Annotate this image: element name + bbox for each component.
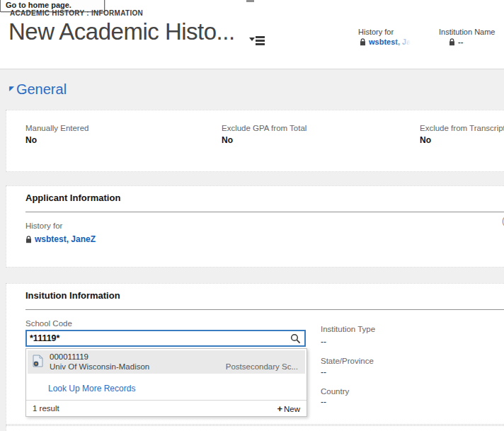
field-value: -- [321, 337, 326, 347]
header-institution-name-value: -- [449, 38, 463, 46]
section-applicant-information: Applicant Information ( History for wsbt… [6, 185, 504, 268]
plus-icon: + [277, 403, 282, 414]
clipped-top-element [246, 0, 254, 2]
school-code-lookup-field [25, 330, 306, 347]
field-value: No [25, 135, 37, 145]
field-label: Exclude GPA from Total [222, 124, 307, 132]
next-section-edge [6, 425, 504, 431]
collapse-arrow-icon: ◤ [9, 85, 14, 92]
school-code-input[interactable] [27, 331, 286, 345]
field-value: -- [321, 397, 326, 407]
lock-icon [449, 38, 455, 46]
history-for-label: History for [25, 222, 62, 230]
section-general-fields: Manually Entered No Exclude GPA from Tot… [6, 110, 504, 172]
lookup-dropdown: 000011119 Univ Of Wisconsin-Madison Post… [25, 348, 307, 417]
tab-general[interactable]: ◤General [9, 81, 67, 98]
field-label: Manually Entered [25, 124, 89, 132]
field-value: -- [321, 367, 326, 377]
section-rule [25, 212, 504, 212]
field-label: Institution Type [321, 325, 375, 333]
school-code-label: School Code [25, 319, 72, 328]
lookup-footer: 1 result +New [26, 400, 307, 416]
field-label: Country [321, 387, 349, 396]
breadcrumb: ACADEMIC HISTORY : INFORMATION [10, 9, 143, 17]
result-type: Postsecondary Sc... [226, 362, 298, 371]
section-rule [25, 309, 504, 310]
field-label: Exclude from Transcript P [420, 124, 504, 132]
lookup-search-button[interactable] [286, 331, 304, 345]
result-name: Univ Of Wisconsin-Madison [50, 362, 149, 371]
section-institution-information: Insitution Information School Code [6, 283, 504, 425]
field-label: State/Province [321, 357, 374, 365]
lock-icon [360, 38, 366, 46]
history-for-link[interactable]: wsbtest, JaneZ [25, 234, 96, 244]
lock-icon [25, 236, 32, 243]
section-title: Applicant Information [25, 192, 120, 203]
caret-down-icon [249, 38, 255, 41]
institution-entity-icon [33, 355, 43, 367]
field-value: No [420, 135, 431, 145]
section-title: Insitution Information [25, 290, 120, 301]
lookup-result-row[interactable]: 000011119 Univ Of Wisconsin-Madison Post… [28, 350, 305, 374]
header-history-for-label: History for [358, 28, 394, 36]
page-title: New Academic Histo... [8, 18, 235, 45]
header-institution-name-label: Institution Name [439, 28, 495, 36]
look-up-more-records-link[interactable]: Look Up More Records [48, 384, 135, 393]
field-value: No [222, 135, 233, 145]
new-record-button[interactable]: +New [277, 403, 300, 414]
result-code: 000011119 [50, 352, 88, 361]
form-selector-icon[interactable] [249, 36, 265, 47]
academic-history-form: Go to home page. ACADEMIC HISTORY : INFO… [0, 0, 504, 431]
result-count: 1 result [33, 404, 59, 413]
search-icon [290, 333, 301, 344]
fade-overlay [394, 37, 416, 48]
